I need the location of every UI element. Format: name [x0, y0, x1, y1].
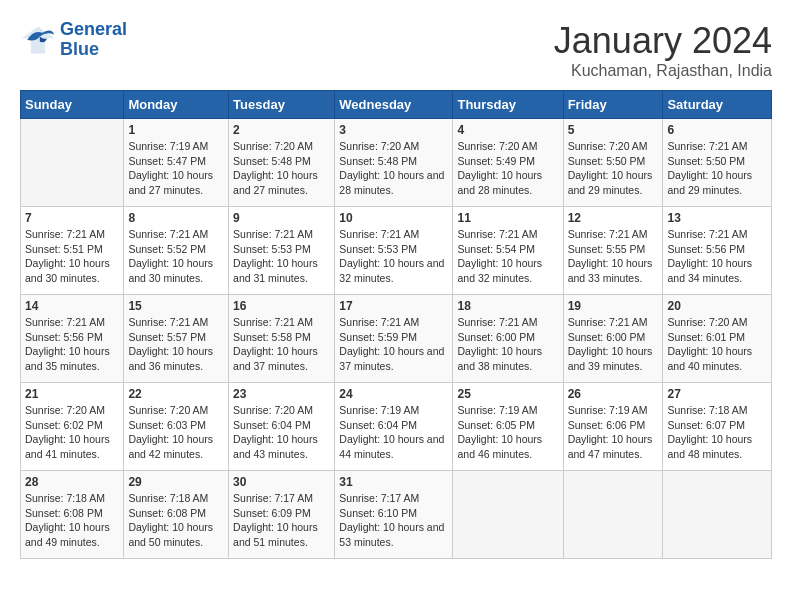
- day-info: Sunrise: 7:21 AMSunset: 5:56 PMDaylight:…: [25, 315, 119, 374]
- day-info: Sunrise: 7:21 AMSunset: 5:59 PMDaylight:…: [339, 315, 448, 374]
- week-row-0: 1Sunrise: 7:19 AMSunset: 5:47 PMDaylight…: [21, 119, 772, 207]
- day-info: Sunrise: 7:18 AMSunset: 6:07 PMDaylight:…: [667, 403, 767, 462]
- day-info: Sunrise: 7:18 AMSunset: 6:08 PMDaylight:…: [128, 491, 224, 550]
- calendar-cell: [563, 471, 663, 559]
- week-row-4: 28Sunrise: 7:18 AMSunset: 6:08 PMDayligh…: [21, 471, 772, 559]
- page-header: General Blue January 2024 Kuchaman, Raja…: [20, 20, 772, 80]
- calendar-cell: 10Sunrise: 7:21 AMSunset: 5:53 PMDayligh…: [335, 207, 453, 295]
- day-number: 30: [233, 475, 330, 489]
- calendar-cell: 26Sunrise: 7:19 AMSunset: 6:06 PMDayligh…: [563, 383, 663, 471]
- logo-icon: [20, 22, 56, 58]
- day-info: Sunrise: 7:20 AMSunset: 6:04 PMDaylight:…: [233, 403, 330, 462]
- calendar-cell: 18Sunrise: 7:21 AMSunset: 6:00 PMDayligh…: [453, 295, 563, 383]
- title-block: January 2024 Kuchaman, Rajasthan, India: [554, 20, 772, 80]
- calendar-table: SundayMondayTuesdayWednesdayThursdayFrid…: [20, 90, 772, 559]
- header-cell-saturday: Saturday: [663, 91, 772, 119]
- logo-text-general: General: [60, 20, 127, 40]
- day-number: 16: [233, 299, 330, 313]
- day-info: Sunrise: 7:20 AMSunset: 6:03 PMDaylight:…: [128, 403, 224, 462]
- day-number: 5: [568, 123, 659, 137]
- day-info: Sunrise: 7:21 AMSunset: 5:58 PMDaylight:…: [233, 315, 330, 374]
- week-row-2: 14Sunrise: 7:21 AMSunset: 5:56 PMDayligh…: [21, 295, 772, 383]
- day-number: 6: [667, 123, 767, 137]
- header-cell-monday: Monday: [124, 91, 229, 119]
- header-cell-friday: Friday: [563, 91, 663, 119]
- calendar-cell: 12Sunrise: 7:21 AMSunset: 5:55 PMDayligh…: [563, 207, 663, 295]
- day-info: Sunrise: 7:19 AMSunset: 6:05 PMDaylight:…: [457, 403, 558, 462]
- calendar-cell: 16Sunrise: 7:21 AMSunset: 5:58 PMDayligh…: [229, 295, 335, 383]
- day-info: Sunrise: 7:21 AMSunset: 6:00 PMDaylight:…: [568, 315, 659, 374]
- calendar-cell: 25Sunrise: 7:19 AMSunset: 6:05 PMDayligh…: [453, 383, 563, 471]
- header-row: SundayMondayTuesdayWednesdayThursdayFrid…: [21, 91, 772, 119]
- header-cell-sunday: Sunday: [21, 91, 124, 119]
- day-info: Sunrise: 7:21 AMSunset: 5:56 PMDaylight:…: [667, 227, 767, 286]
- day-info: Sunrise: 7:17 AMSunset: 6:09 PMDaylight:…: [233, 491, 330, 550]
- calendar-cell: [453, 471, 563, 559]
- day-number: 15: [128, 299, 224, 313]
- logo: General Blue: [20, 20, 127, 60]
- calendar-cell: 4Sunrise: 7:20 AMSunset: 5:49 PMDaylight…: [453, 119, 563, 207]
- calendar-cell: 20Sunrise: 7:20 AMSunset: 6:01 PMDayligh…: [663, 295, 772, 383]
- day-info: Sunrise: 7:21 AMSunset: 5:55 PMDaylight:…: [568, 227, 659, 286]
- calendar-cell: 19Sunrise: 7:21 AMSunset: 6:00 PMDayligh…: [563, 295, 663, 383]
- month-title: January 2024: [554, 20, 772, 62]
- calendar-cell: [21, 119, 124, 207]
- day-number: 17: [339, 299, 448, 313]
- logo-text-blue: Blue: [60, 40, 127, 60]
- day-number: 21: [25, 387, 119, 401]
- day-number: 4: [457, 123, 558, 137]
- calendar-cell: 2Sunrise: 7:20 AMSunset: 5:48 PMDaylight…: [229, 119, 335, 207]
- calendar-cell: 14Sunrise: 7:21 AMSunset: 5:56 PMDayligh…: [21, 295, 124, 383]
- day-number: 10: [339, 211, 448, 225]
- calendar-cell: 11Sunrise: 7:21 AMSunset: 5:54 PMDayligh…: [453, 207, 563, 295]
- day-number: 18: [457, 299, 558, 313]
- day-number: 20: [667, 299, 767, 313]
- day-number: 2: [233, 123, 330, 137]
- calendar-body: 1Sunrise: 7:19 AMSunset: 5:47 PMDaylight…: [21, 119, 772, 559]
- calendar-cell: 28Sunrise: 7:18 AMSunset: 6:08 PMDayligh…: [21, 471, 124, 559]
- day-info: Sunrise: 7:19 AMSunset: 5:47 PMDaylight:…: [128, 139, 224, 198]
- day-number: 13: [667, 211, 767, 225]
- day-info: Sunrise: 7:21 AMSunset: 5:51 PMDaylight:…: [25, 227, 119, 286]
- calendar-cell: 23Sunrise: 7:20 AMSunset: 6:04 PMDayligh…: [229, 383, 335, 471]
- calendar-cell: 13Sunrise: 7:21 AMSunset: 5:56 PMDayligh…: [663, 207, 772, 295]
- day-number: 24: [339, 387, 448, 401]
- calendar-header: SundayMondayTuesdayWednesdayThursdayFrid…: [21, 91, 772, 119]
- header-cell-wednesday: Wednesday: [335, 91, 453, 119]
- calendar-cell: [663, 471, 772, 559]
- day-number: 22: [128, 387, 224, 401]
- calendar-cell: 9Sunrise: 7:21 AMSunset: 5:53 PMDaylight…: [229, 207, 335, 295]
- day-info: Sunrise: 7:21 AMSunset: 5:50 PMDaylight:…: [667, 139, 767, 198]
- day-number: 31: [339, 475, 448, 489]
- day-number: 12: [568, 211, 659, 225]
- day-number: 9: [233, 211, 330, 225]
- day-info: Sunrise: 7:21 AMSunset: 5:57 PMDaylight:…: [128, 315, 224, 374]
- day-number: 7: [25, 211, 119, 225]
- week-row-1: 7Sunrise: 7:21 AMSunset: 5:51 PMDaylight…: [21, 207, 772, 295]
- calendar-cell: 15Sunrise: 7:21 AMSunset: 5:57 PMDayligh…: [124, 295, 229, 383]
- day-number: 25: [457, 387, 558, 401]
- location: Kuchaman, Rajasthan, India: [554, 62, 772, 80]
- header-cell-tuesday: Tuesday: [229, 91, 335, 119]
- day-number: 27: [667, 387, 767, 401]
- header-cell-thursday: Thursday: [453, 91, 563, 119]
- day-number: 11: [457, 211, 558, 225]
- day-info: Sunrise: 7:21 AMSunset: 5:53 PMDaylight:…: [339, 227, 448, 286]
- day-info: Sunrise: 7:21 AMSunset: 5:54 PMDaylight:…: [457, 227, 558, 286]
- calendar-cell: 3Sunrise: 7:20 AMSunset: 5:48 PMDaylight…: [335, 119, 453, 207]
- day-info: Sunrise: 7:20 AMSunset: 5:48 PMDaylight:…: [233, 139, 330, 198]
- day-info: Sunrise: 7:19 AMSunset: 6:06 PMDaylight:…: [568, 403, 659, 462]
- day-number: 19: [568, 299, 659, 313]
- day-number: 14: [25, 299, 119, 313]
- calendar-cell: 17Sunrise: 7:21 AMSunset: 5:59 PMDayligh…: [335, 295, 453, 383]
- calendar-cell: 7Sunrise: 7:21 AMSunset: 5:51 PMDaylight…: [21, 207, 124, 295]
- calendar-cell: 1Sunrise: 7:19 AMSunset: 5:47 PMDaylight…: [124, 119, 229, 207]
- calendar-cell: 31Sunrise: 7:17 AMSunset: 6:10 PMDayligh…: [335, 471, 453, 559]
- day-info: Sunrise: 7:20 AMSunset: 5:50 PMDaylight:…: [568, 139, 659, 198]
- day-number: 26: [568, 387, 659, 401]
- calendar-cell: 21Sunrise: 7:20 AMSunset: 6:02 PMDayligh…: [21, 383, 124, 471]
- day-number: 1: [128, 123, 224, 137]
- calendar-cell: 22Sunrise: 7:20 AMSunset: 6:03 PMDayligh…: [124, 383, 229, 471]
- calendar-cell: 5Sunrise: 7:20 AMSunset: 5:50 PMDaylight…: [563, 119, 663, 207]
- day-info: Sunrise: 7:21 AMSunset: 6:00 PMDaylight:…: [457, 315, 558, 374]
